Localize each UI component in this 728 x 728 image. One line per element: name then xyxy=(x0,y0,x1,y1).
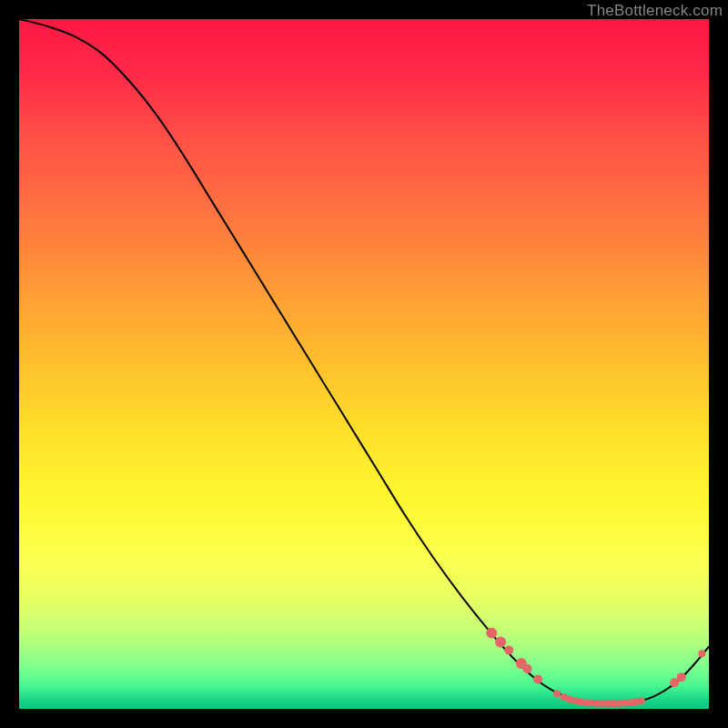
markers-group xyxy=(486,628,705,707)
chart-svg xyxy=(19,19,709,709)
data-marker xyxy=(504,646,513,655)
chart-container: TheBottleneck.com xyxy=(0,0,728,728)
data-marker xyxy=(533,674,542,683)
watermark-text: TheBottleneck.com xyxy=(587,2,723,20)
data-marker xyxy=(638,697,645,704)
plot-area xyxy=(19,19,709,709)
data-marker xyxy=(486,628,497,639)
data-marker xyxy=(698,650,705,657)
data-marker xyxy=(495,636,506,647)
bottleneck-curve xyxy=(19,19,709,704)
data-marker xyxy=(523,664,532,673)
data-marker xyxy=(553,690,561,697)
data-marker xyxy=(677,672,686,682)
